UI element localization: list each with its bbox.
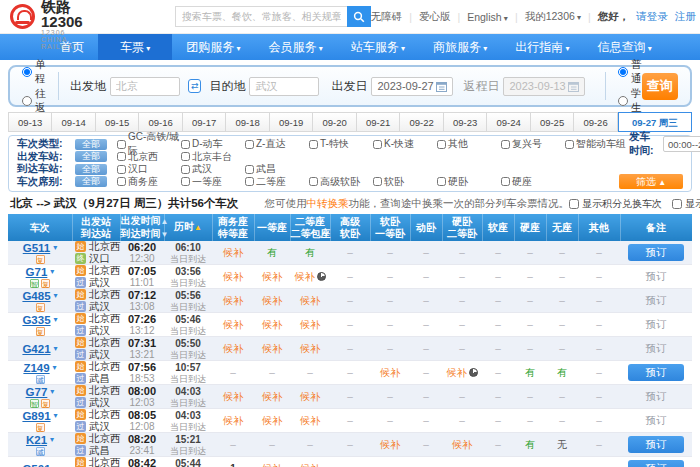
filter-option[interactable]: 智能动车组 — [565, 137, 629, 151]
filter-option[interactable]: T-特快 — [309, 137, 373, 151]
train-number-link[interactable]: G501 — [22, 463, 50, 467]
filter-all-button[interactable]: 全部 — [75, 151, 107, 162]
train-expand-icon[interactable]: ▾ — [50, 267, 54, 276]
query-button[interactable]: 查询 — [642, 73, 678, 100]
date-tab-09-17[interactable]: 09-17 — [183, 112, 226, 132]
summary-checkbox-option[interactable]: 显示全部可预订车次 — [672, 197, 700, 211]
train-number-link[interactable]: G335 — [22, 314, 50, 326]
transfer-link[interactable]: 中转换乘 — [306, 197, 348, 209]
filter-all-button[interactable]: 全部 — [75, 139, 107, 150]
filter-option[interactable]: 二等座 — [245, 175, 309, 189]
date-tab-09-19[interactable]: 09-19 — [270, 112, 313, 132]
depart-date-input[interactable]: 2023-09-27 — [371, 77, 453, 96]
nav-item-6[interactable]: 商旅服务 ▾ — [419, 34, 501, 60]
train-expand-icon[interactable]: ▾ — [54, 344, 58, 353]
train-expand-icon[interactable]: ▾ — [53, 243, 57, 252]
date-tab-active[interactable]: 09-27 周三 — [618, 112, 692, 132]
from-station-input[interactable] — [110, 77, 180, 96]
passenger-type-radio[interactable] — [618, 67, 628, 77]
date-tab-09-25[interactable]: 09-25 — [531, 112, 574, 132]
filter-checkbox[interactable] — [437, 177, 446, 186]
trip-type-radio[interactable] — [22, 96, 32, 106]
filter-checkbox[interactable] — [565, 140, 574, 149]
filter-option[interactable]: K-快速 — [373, 137, 437, 151]
filter-checkbox[interactable] — [117, 177, 126, 186]
filter-all-button[interactable]: 全部 — [75, 164, 107, 175]
date-tab-09-16[interactable]: 09-16 — [139, 112, 182, 132]
train-number-link[interactable]: G891 — [22, 410, 50, 422]
filter-checkbox[interactable] — [181, 165, 190, 174]
date-tab-09-18[interactable]: 09-18 — [226, 112, 269, 132]
train-number-link[interactable]: G421 — [22, 343, 50, 355]
filter-checkbox[interactable] — [309, 140, 318, 149]
filter-checkbox[interactable] — [437, 140, 446, 149]
date-tab-09-22[interactable]: 09-22 — [400, 112, 443, 132]
train-expand-icon[interactable]: ▾ — [50, 435, 54, 444]
top-link-3[interactable]: English ▾ — [467, 11, 508, 23]
date-tab-09-15[interactable]: 09-15 — [96, 112, 139, 132]
filter-checkbox[interactable] — [245, 165, 254, 174]
filter-checkbox[interactable] — [117, 152, 126, 161]
filter-checkbox[interactable] — [117, 165, 126, 174]
trip-type-radio[interactable] — [22, 67, 32, 77]
passenger-type-option[interactable]: 学生 — [618, 87, 642, 115]
passenger-type-option[interactable]: 普通 — [618, 58, 642, 86]
filter-checkbox[interactable] — [117, 140, 126, 149]
filter-checkbox[interactable] — [245, 177, 254, 186]
date-tab-09-14[interactable]: 09-14 — [52, 112, 95, 132]
filter-checkbox[interactable] — [373, 177, 382, 186]
nav-item-8[interactable]: 信息查询 ▾ — [584, 34, 666, 60]
nav-item-3[interactable]: 团购服务 ▾ — [172, 34, 254, 60]
date-tab-09-26[interactable]: 09-26 — [574, 112, 617, 132]
train-expand-icon[interactable]: ▾ — [50, 387, 54, 396]
date-tab-09-21[interactable]: 09-21 — [357, 112, 400, 132]
filter-checkbox[interactable] — [245, 140, 254, 149]
col-header-历时[interactable]: 历时▲ — [164, 214, 212, 241]
search-button[interactable] — [347, 6, 371, 27]
train-expand-icon[interactable]: ▾ — [53, 363, 57, 372]
filter-option[interactable]: 商务座 — [117, 175, 181, 189]
nav-item-4[interactable]: 会员服务 ▾ — [255, 34, 337, 60]
train-number-link[interactable]: G511 — [23, 242, 51, 254]
filter-option[interactable]: 硬座 — [501, 175, 565, 189]
swap-stations-icon[interactable]: ⇄ — [188, 79, 201, 93]
filter-checkbox[interactable] — [501, 177, 510, 186]
nav-item-7[interactable]: 出行指南 ▾ — [501, 34, 583, 60]
filter-all-button[interactable]: 全部 — [75, 176, 107, 187]
filter-checkbox[interactable] — [309, 177, 318, 186]
register-link[interactable]: 注册 — [675, 10, 696, 24]
top-link-4[interactable]: 我的12306 ▾ — [525, 10, 581, 24]
date-tab-09-13[interactable]: 09-13 — [8, 112, 52, 132]
train-expand-icon[interactable]: ▾ — [54, 315, 58, 324]
nav-item-1[interactable]: 首页 — [46, 34, 98, 60]
filter-checkbox[interactable] — [501, 140, 510, 149]
book-button[interactable]: 预订 — [628, 436, 684, 453]
filter-option[interactable]: Z-直达 — [245, 137, 309, 151]
to-station-input[interactable] — [249, 77, 319, 96]
train-expand-icon[interactable]: ▾ — [54, 411, 58, 420]
top-link-2[interactable]: 爱心版 — [419, 10, 451, 24]
search-input[interactable] — [175, 6, 347, 27]
filter-option[interactable]: 硬卧 — [437, 175, 501, 189]
filter-checkbox[interactable] — [373, 140, 382, 149]
trip-type-option[interactable]: 单程 — [22, 58, 46, 86]
date-tab-09-23[interactable]: 09-23 — [444, 112, 487, 132]
summary-checkbox[interactable] — [569, 199, 579, 209]
filter-option[interactable]: 复兴号 — [501, 137, 565, 151]
train-number-link[interactable]: G71 — [26, 266, 48, 278]
nav-item-5[interactable]: 站车服务 ▾ — [337, 34, 419, 60]
summary-checkbox[interactable] — [672, 199, 682, 209]
filter-option[interactable]: 软卧 — [373, 175, 437, 189]
top-link-1[interactable]: 无障碍 — [371, 10, 403, 24]
filter-option[interactable]: 一等座 — [181, 175, 245, 189]
filter-option[interactable]: 其他 — [437, 137, 501, 151]
col-header-出发时间到达时间[interactable]: 出发时间▲到达时间▼ — [120, 214, 164, 241]
train-number-link[interactable]: G77 — [26, 386, 48, 398]
return-date-input[interactable]: 2023-09-13 — [503, 77, 585, 96]
filter-checkbox[interactable] — [181, 140, 190, 149]
book-button[interactable]: 预订 — [628, 460, 684, 467]
nav-item-2[interactable]: 车票 ▾ — [98, 34, 172, 60]
filter-submit-button[interactable]: 筛选 ▲ — [619, 174, 683, 189]
login-link[interactable]: 请登录 — [636, 10, 668, 24]
trip-type-option[interactable]: 往返 — [22, 87, 46, 115]
